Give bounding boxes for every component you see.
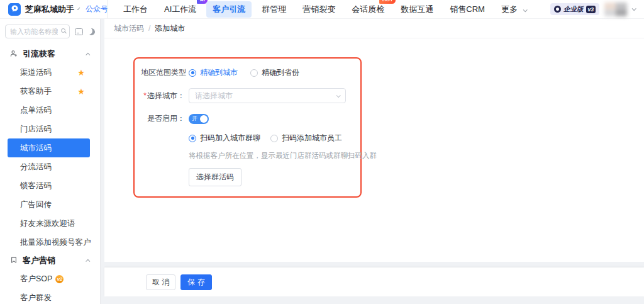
nav-item-marketing-fission[interactable]: 营销裂变 [296,1,341,18]
radio-scan-add-city-staff[interactable]: 扫码添加城市员工 [270,133,342,144]
nav-item-ai-workflow[interactable]: AI工作流 AI [158,1,203,18]
scan-mode-row: 扫码加入城市群聊 扫码添加城市员工 [141,133,353,144]
select-chevron-down-icon [336,93,341,98]
radio-precise-to-province[interactable]: 精确到省份 [250,67,299,78]
search-icon [61,28,65,33]
radio-label: 精确到城市 [200,67,238,78]
nav-item-conversation-qc[interactable]: 会话质检 HOT [345,1,391,18]
sidebar-item-store-livecode[interactable]: 门店活码 [8,120,90,138]
nav-item-more[interactable]: 更多 [495,1,533,18]
sidebar-item-friend-source-welcome[interactable]: 好友来源欢迎语 [8,214,90,233]
sidebar-item-split-livecode[interactable]: 分流活码 [8,157,90,176]
nav-item-group-management[interactable]: 群管理 [255,1,292,18]
enable-toggle-row: 是否启用： 开 [141,113,353,124]
collapse-panel-icon[interactable] [75,28,83,35]
menu-item-label: 客户SOP [20,274,52,284]
nav-item-customer-acquisition[interactable]: 客户引流 [206,1,252,18]
chat-bubble-icon [11,4,19,15]
location-hint-text: 将根据客户所在位置，显示最近门店群活码或群聊扫码入群 [189,151,353,160]
menu-item-label: 获客助手 [20,86,52,97]
nav-item-label: 更多 [501,4,518,14]
page-body: 引流获客 渠道活码 ★ 获客助手 ★ 点单活码 门店活码 城市活码 分流活码 锁… [0,19,644,304]
sidebar-item-order-livecode[interactable]: 点单活码 [8,101,90,120]
scan-mode-radio-group: 扫码加入城市群聊 扫码添加城市员工 [189,133,342,144]
cancel-button[interactable]: 取 消 [146,274,175,290]
breadcrumb-parent-link[interactable]: 城市活码 [114,23,144,34]
user-menu-chevron-down-icon[interactable] [632,6,636,11]
sidebar-item-customer-broadcast[interactable]: 客户群发 [8,288,90,304]
radio-unselected-icon [270,135,278,142]
dark-mode-moon-icon[interactable] [87,27,96,36]
city-select-placeholder: 请选择城市 [195,91,233,101]
nav-item-workbench[interactable]: 工作台 [117,1,154,18]
section-title: 客户营销 [23,255,55,266]
brand-area: 芝麻私域助手 公众号 [0,3,107,16]
function-search-input[interactable] [5,25,70,38]
sidebar-item-channel-livecode[interactable]: 渠道活码 ★ [8,63,90,82]
sidebar-section-customer-marketing[interactable]: 客户营销 [0,252,100,269]
hot-badge: HOT [379,0,396,4]
menu-item-label: 渠道活码 [20,67,52,78]
app-logo [8,3,21,16]
v2-badge-icon: v2 [55,275,64,283]
star-icon[interactable]: ★ [77,69,85,77]
enable-label: 是否启用： [141,113,185,124]
section-title: 引流获客 [23,48,55,60]
breadcrumb: 城市活码 / 添加城市 [104,19,644,38]
user-avatar[interactable] [604,3,627,16]
breadcrumb-current: 添加城市 [155,23,185,34]
enable-toggle-switch[interactable]: 开 [189,114,209,124]
nav-item-label: AI工作流 [164,4,196,14]
city-label-text: 选择城市： [147,91,185,100]
sidebar-section-traffic-acquisition[interactable]: 引流获客 [0,45,100,63]
sidebar-item-lock-customer-livecode[interactable]: 锁客活码 [8,176,90,195]
city-select-dropdown[interactable]: 请选择城市 [189,88,346,103]
bookmark-icon [10,255,18,266]
sidebar: 引流获客 渠道活码 ★ 获客助手 ★ 点单活码 门店活码 城市活码 分流活码 锁… [0,19,101,304]
content-panel: 地区范围类型： 精确到城市 精确到省份 *选择城市： [104,38,644,262]
sidebar-search-row [0,19,100,43]
plan-badge[interactable]: 企业版 v3 [550,3,599,15]
brand-chevron-down-icon[interactable] [77,8,80,10]
plan-version-badge: v3 [586,6,596,13]
section-collapse-chevron-up-icon [86,52,90,57]
sidebar-item-acquisition-assistant[interactable]: 获客助手 ★ [8,82,90,101]
required-mark: * [143,91,147,100]
radio-label: 扫码添加城市员工 [282,133,342,144]
panel-gap [104,262,644,267]
sidebar-item-city-livecode[interactable]: 城市活码 [8,138,90,157]
region-type-label: 地区范围类型： [141,67,185,78]
radio-unselected-icon [250,69,258,77]
toggle-knob [200,115,208,123]
sidebar-item-customer-sop[interactable]: 客户SOP v2 [8,269,90,288]
choose-group-row: 选择群活码 [189,160,353,186]
brand-name: 芝麻私域助手 [25,4,74,15]
account-type-link[interactable]: 公众号 [86,4,108,14]
city-select-label: *选择城市： [141,91,185,101]
footer-action-bar: 取 消 保 存 [104,267,644,296]
section-collapse-chevron-up-icon [86,259,90,263]
sidebar-item-ad-callback[interactable]: 广告回传 [8,195,90,214]
radio-label: 精确到省份 [262,67,299,78]
region-type-radio-group: 精确到城市 精确到省份 [189,67,299,78]
city-select-row: *选择城市： 请选择城市 [141,88,353,103]
more-chevron-down-icon [523,8,527,12]
star-icon[interactable]: ★ [77,87,85,96]
save-button[interactable]: 保 存 [180,274,211,290]
radio-selected-icon [189,135,196,142]
radio-scan-join-city-group[interactable]: 扫码加入城市群聊 [189,133,260,144]
plan-chat-icon [554,6,561,13]
sidebar-item-batch-add-video-customers[interactable]: 批量添加视频号客户 [8,233,90,252]
radio-label: 扫码加入城市群聊 [200,133,260,144]
sidebar-menu: 引流获客 渠道活码 ★ 获客助手 ★ 点单活码 门店活码 城市活码 分流活码 锁… [0,43,100,304]
plan-label: 企业版 [564,5,584,14]
nav-item-data-interop[interactable]: 数据互通 [394,1,440,18]
radio-selected-icon [189,69,196,77]
toggle-on-text: 开 [192,115,197,123]
top-right-area: 企业版 v3 [550,3,644,16]
main-area: 城市活码 / 添加城市 地区范围类型： 精确到城市 精确到省份 [104,19,644,304]
choose-group-livecode-button[interactable]: 选择群活码 [189,168,242,186]
radio-precise-to-city[interactable]: 精确到城市 [189,67,238,78]
region-type-row: 地区范围类型： 精确到城市 精确到省份 [141,67,353,78]
nav-item-sales-crm[interactable]: 销售CRM [443,1,491,18]
